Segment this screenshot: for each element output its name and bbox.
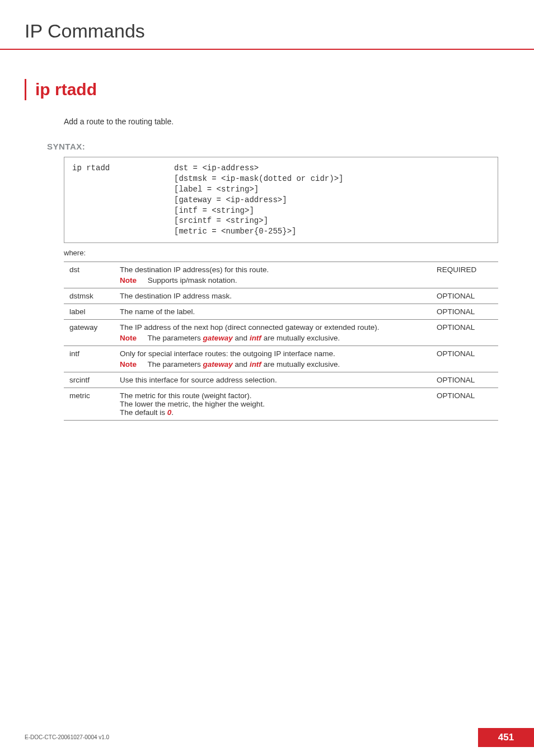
footer-doc-id: E-DOC-CTC-20061027-0004 v1.0 [25,734,534,740]
param-name: srcintf [64,372,120,388]
param-desc-line: The lower the metric, the higher the wei… [120,400,432,408]
param-desc-line: The metric for this route (weight factor… [120,391,432,400]
syntax-arg: [dstmsk = <ip-mask(dotted or cidr)>] [174,174,343,184]
note-label: Note [120,360,146,368]
param-name: dstmsk [64,288,120,304]
syntax-arg: [srcintf = <string>] [174,216,268,226]
syntax-codebox: ip rtadddst = <ip-address>[dstmsk = <ip-… [64,157,498,243]
syntax-arg: [gateway = <ip-address>] [174,195,287,206]
param-desc: The name of the label. [120,304,437,320]
note-text: The parameters gateway and intf are mutu… [148,334,340,342]
param-desc: Only for special interface routes: the o… [120,349,432,358]
param-req: OPTIONAL [437,304,498,320]
param-req: OPTIONAL [437,388,498,421]
param-desc: The destination IP address(es) for this … [120,265,432,274]
table-row: dst The destination IP address(es) for t… [64,262,498,288]
header-rule [0,49,534,50]
section-heading: ip rtadd [25,79,498,100]
param-name: metric [64,388,120,421]
param-name: gateway [64,320,120,346]
param-req: OPTIONAL [437,346,498,372]
syntax-command: ip rtadd [72,163,174,174]
table-row: intf Only for special interface routes: … [64,346,498,372]
param-name: label [64,304,120,320]
param-desc: Use this interface for source address se… [120,372,437,388]
syntax-heading: SYNTAX: [47,142,498,151]
where-label: where: [64,249,498,257]
syntax-arg: [label = <string>] [174,184,259,195]
table-row: metric The metric for this route (weight… [64,388,498,421]
syntax-arg: dst = <ip-address> [174,163,259,174]
note-label: Note [120,334,146,342]
param-req: REQUIRED [437,262,498,288]
note-text: The parameters gateway and intf are mutu… [148,360,340,368]
param-req: OPTIONAL [437,320,498,346]
param-req: OPTIONAL [437,288,498,304]
param-desc: The destination IP address mask. [120,288,437,304]
param-desc: The IP address of the next hop (direct c… [120,323,432,332]
note-text: Supports ip/mask notation. [148,276,237,284]
param-name: intf [64,346,120,372]
section-title: ip rtadd [35,80,498,99]
table-row: dstmsk The destination IP address mask. … [64,288,498,304]
param-default: The default is 0. [120,408,432,417]
note-label: Note [120,276,146,284]
params-table: dst The destination IP address(es) for t… [64,262,498,421]
syntax-arg: [metric = <number{0-255}>] [174,226,296,237]
syntax-arg: [intf = <string>] [174,206,254,216]
param-name: dst [64,262,120,288]
page-number-badge: 451 [478,728,534,747]
param-req: OPTIONAL [437,372,498,388]
table-row: srcintf Use this interface for source ad… [64,372,498,388]
chapter-title: IP Commands [25,20,498,42]
table-row: gateway The IP address of the next hop (… [64,320,498,346]
section-intro: Add a route to the routing table. [64,117,498,126]
table-row: label The name of the label. OPTIONAL [64,304,498,320]
